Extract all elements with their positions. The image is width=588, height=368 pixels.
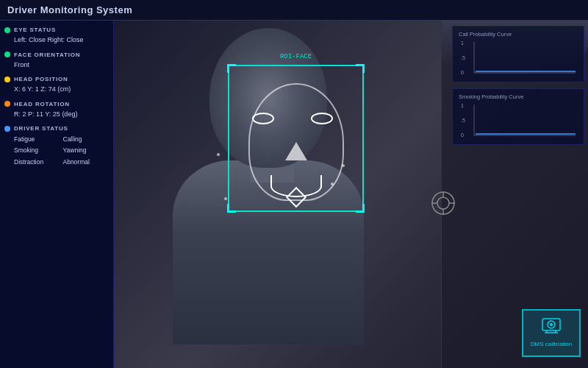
call-chart-area: 1 .5 0 (459, 40, 578, 77)
svg-text:1: 1 (461, 103, 464, 108)
driver-status-grid: Fatigue Calling Smoking Yawning Distract… (4, 134, 109, 167)
svg-text:1: 1 (461, 40, 464, 46)
scatter-dot (331, 183, 334, 185)
head-rotation-value: R: 2 P: 11 Y: 25 (deg) (4, 110, 109, 120)
face-landmarks (230, 68, 362, 212)
smoking-chart-title: Smoking Probability Curve (459, 93, 578, 100)
driver-status-section: DRIVER STATUS Fatigue Calling Smoking Ya… (4, 125, 109, 167)
app-title: Driver Monitoring System (7, 4, 132, 15)
driver-status-label: DRIVER STATUS (14, 125, 68, 132)
dms-icon (541, 317, 562, 338)
call-probability-chart: Call Probability Curve 1 .5 0 (452, 26, 584, 82)
dms-label: DMS calibration (531, 341, 572, 348)
svg-text:.5: .5 (461, 118, 465, 123)
eye-status-value: Left: Close Right: Close (4, 35, 109, 46)
scatter-dot (224, 197, 227, 200)
head-rotation-indicator (4, 101, 10, 107)
svg-point-1 (437, 197, 449, 209)
left-panel: EYE STATUS Left: Close Right: Close FACE… (0, 21, 114, 368)
head-position-section: HEAD POSITION X: 6 Y: 1 Z: 74 (cm) (4, 76, 109, 95)
head-position-indicator (4, 77, 10, 82)
scatter-dot (217, 153, 220, 156)
head-position-header: HEAD POSITION (4, 76, 109, 82)
smoking-chart-area: 1 .5 0 (459, 103, 578, 140)
head-rotation-label: HEAD ROTATION (14, 101, 70, 107)
eye-status-label: EYE STATUS (14, 26, 56, 33)
face-orientation-label: FACE ORIENTATION (14, 52, 80, 58)
svg-text:0: 0 (461, 70, 464, 75)
right-overlay: Call Probability Curve 1 .5 0 Smoking P (452, 26, 584, 151)
face-orientation-indicator (4, 52, 10, 57)
svg-text:.5: .5 (461, 55, 465, 60)
eye-status-header: EYE STATUS (4, 26, 109, 33)
face-orientation-value: Front (4, 60, 109, 71)
driver-status-header: DRIVER STATUS (4, 125, 109, 132)
left-eye-landmark (252, 113, 274, 124)
face-orientation-header: FACE ORIENTATION (4, 52, 109, 58)
main-container: Driver Monitoring System ROI-FACE (0, 0, 588, 368)
head-position-label: HEAD POSITION (14, 76, 68, 82)
status-yawning: Yawning (63, 145, 110, 155)
eye-status-indicator (4, 27, 10, 33)
right-eye-landmark (311, 113, 333, 124)
smoking-probability-chart: Smoking Probability Curve 1 .5 0 (452, 88, 584, 145)
nose-landmark (285, 142, 307, 160)
status-fatigue: Fatigue (14, 134, 60, 144)
call-chart-title: Call Probability Curve (459, 31, 578, 38)
svg-point-18 (550, 323, 553, 326)
dms-calibration-button[interactable]: DMS calibration (522, 309, 581, 357)
svg-text:0: 0 (461, 132, 464, 138)
crosshair-icon (430, 190, 456, 216)
status-distraction: Distraction (14, 157, 60, 167)
face-orientation-section: FACE ORIENTATION Front (4, 52, 109, 71)
driver-status-indicator (4, 126, 10, 132)
face-box-label: ROI-FACE (280, 53, 312, 60)
status-smoking: Smoking (14, 145, 60, 155)
title-bar: Driver Monitoring System (0, 0, 588, 21)
head-position-value: X: 6 Y: 1 Z: 74 (cm) (4, 85, 109, 95)
status-calling: Calling (63, 134, 110, 144)
scatter-dot (342, 164, 345, 167)
head-rotation-header: HEAD ROTATION (4, 101, 109, 107)
eye-status-section: EYE STATUS Left: Close Right: Close (4, 26, 109, 46)
status-abnormal: Abnormal (63, 157, 110, 167)
head-rotation-section: HEAD ROTATION R: 2 P: 11 Y: 25 (deg) (4, 101, 109, 120)
